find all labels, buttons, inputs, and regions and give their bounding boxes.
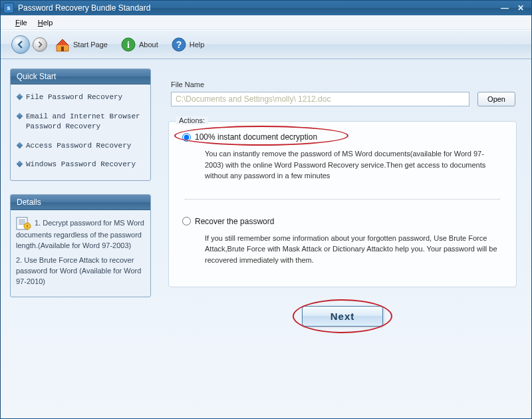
toolbar: Start Page i About ? Help: [1, 30, 531, 59]
diamond-icon: [17, 112, 23, 119]
svg-text:i: i: [127, 40, 130, 50]
arrow-left-icon: [17, 41, 25, 49]
menubar: File Help: [1, 15, 531, 30]
sidebar-item-access-recovery[interactable]: Access Password Recovery: [17, 141, 144, 151]
app-window: s Password Recovery Bundle Standard ― ✕ …: [0, 0, 532, 419]
app-icon: s: [3, 3, 14, 13]
filename-label: File Name: [171, 80, 522, 88]
radio-recover-label[interactable]: Recover the password: [195, 217, 274, 226]
svg-rect-7: [19, 221, 25, 223]
quickstart-header: Quick Start: [11, 69, 150, 84]
nav-forward-button[interactable]: [33, 37, 47, 52]
help-icon: ?: [170, 36, 188, 53]
filename-input[interactable]: [171, 92, 469, 106]
svg-text:?: ?: [176, 39, 182, 50]
minimize-button[interactable]: ―: [497, 3, 513, 13]
nav-back-button[interactable]: [11, 35, 30, 54]
quickstart-panel: Quick Start File Password Recovery Email…: [10, 69, 151, 181]
svg-rect-10: [27, 225, 28, 227]
separator: [185, 199, 500, 200]
radio-instant-decryption[interactable]: [182, 133, 191, 142]
svg-rect-0: [61, 47, 64, 51]
radio-instant-label[interactable]: 100% instant document decryption: [195, 132, 317, 142]
details-text-2: 2. Use Brute Force Attack to recover pas…: [16, 256, 141, 285]
open-button[interactable]: Open: [477, 92, 515, 106]
close-button[interactable]: ✕: [513, 3, 529, 13]
svg-rect-6: [19, 219, 25, 221]
actions-legend: Actions:: [176, 116, 208, 124]
help-button[interactable]: ? Help: [170, 36, 205, 53]
actions-group: Actions: 100% instant document decryptio…: [168, 121, 517, 287]
arrow-right-icon: [37, 41, 43, 48]
diamond-icon: [17, 94, 23, 100]
info-icon: i: [120, 36, 137, 53]
word-doc-icon: [16, 217, 32, 230]
details-panel: Details 1. Decrypt password for MS Word …: [10, 194, 151, 297]
menu-help[interactable]: Help: [33, 17, 59, 29]
sidebar-item-windows-recovery[interactable]: Windows Password Recovery: [17, 160, 144, 170]
about-button[interactable]: i About: [120, 36, 158, 53]
titlebar[interactable]: s Password Recovery Bundle Standard ― ✕: [1, 1, 531, 15]
sidebar-item-email-recovery[interactable]: Email and Internet Browser Password Reco…: [17, 112, 144, 132]
menu-file[interactable]: File: [10, 17, 33, 29]
start-page-label: Start Page: [73, 41, 108, 49]
diamond-icon: [17, 161, 23, 168]
sidebar-item-file-recovery[interactable]: File Password Recovery: [17, 92, 144, 102]
window-title: Password Recovery Bundle Standard: [18, 3, 150, 13]
recover-password-desc: If you still remember some information a…: [205, 233, 501, 266]
start-page-button[interactable]: Start Page: [54, 36, 108, 53]
help-label: Help: [190, 41, 205, 49]
diamond-icon: [17, 142, 23, 148]
details-header: Details: [11, 195, 150, 210]
body-area: Quick Start File Password Recovery Email…: [1, 59, 531, 418]
main-content: File Name Open Actions: 100% instant doc…: [163, 69, 522, 398]
radio-recover-password[interactable]: [182, 217, 191, 225]
details-text-1: 1. Decrypt password for MS Word document…: [16, 219, 144, 249]
home-icon: [54, 36, 71, 53]
next-button[interactable]: Next: [302, 306, 384, 327]
sidebar: Quick Start File Password Recovery Email…: [10, 69, 151, 398]
instant-decryption-desc: You can instantly remove the password of…: [205, 148, 501, 182]
about-label: About: [139, 41, 158, 49]
